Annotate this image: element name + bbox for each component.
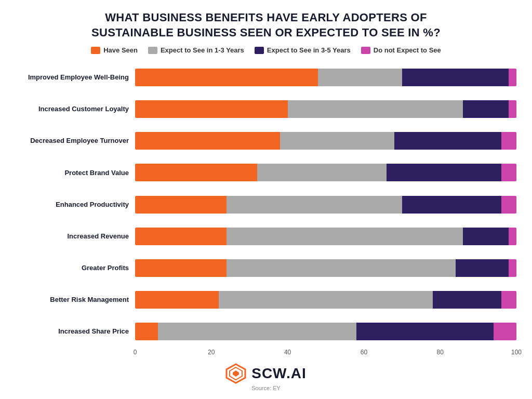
bar-segment-5-3: [509, 228, 516, 245]
bar-segment-5-1: [227, 228, 463, 245]
bar-segment-6-3: [509, 259, 516, 277]
legend-color-2: [255, 47, 264, 54]
footer: SCW.AI Source: EY: [225, 363, 307, 391]
bar-segment-6-0: [135, 259, 227, 277]
bar-segment-0-2: [402, 69, 509, 86]
row-label-5: Increased Revenue: [16, 232, 135, 241]
chart-legend: Have Seen Expect to See in 1-3 Years Exp…: [91, 46, 441, 54]
chart-row: Increased Share Price: [16, 320, 516, 343]
bar-segment-8-2: [356, 323, 494, 340]
legend-label-3: Do not Expect to See: [374, 46, 441, 54]
bar-segment-3-3: [501, 164, 516, 181]
legend-label-2: Expect to See in 3-5 Years: [267, 46, 351, 54]
row-label-6: Greater Profits: [16, 264, 135, 272]
bar-segment-1-0: [135, 100, 288, 118]
chart-row: Enhanced Productivity: [16, 193, 516, 216]
bar-segment-6-2: [456, 259, 509, 277]
chart-row: Protect Brand Value: [16, 161, 516, 184]
bar-segment-3-2: [387, 164, 501, 181]
bar-segment-7-0: [135, 291, 219, 309]
bar-container-6: [135, 259, 516, 277]
bar-segment-7-2: [433, 291, 501, 309]
bar-segment-2-0: [135, 132, 280, 150]
bar-container-1: [135, 100, 516, 118]
bar-segment-1-3: [509, 100, 516, 118]
x-tick-20: 20: [208, 349, 215, 356]
legend-item-2: Expect to See in 3-5 Years: [255, 46, 351, 54]
svg-marker-2: [233, 370, 239, 377]
bar-segment-2-2: [394, 132, 501, 150]
chart-row: Increased Revenue: [16, 225, 516, 248]
x-tick-40: 40: [284, 349, 291, 356]
page-container: WHAT BUSINESS BENEFITS HAVE EARLY ADOPTE…: [0, 0, 532, 399]
bar-segment-4-0: [135, 196, 227, 214]
bar-container-3: [135, 164, 516, 181]
legend-color-3: [361, 47, 370, 54]
bar-segment-0-0: [135, 69, 318, 86]
legend-label-1: Expect to See in 1-3 Years: [161, 46, 244, 54]
logo-text: SCW.AI: [251, 365, 307, 382]
bar-segment-3-0: [135, 164, 257, 181]
bar-segment-1-2: [463, 100, 509, 118]
chart-row: Decreased Employee Turnover: [16, 129, 516, 152]
row-label-8: Increased Share Price: [16, 327, 135, 336]
row-label-3: Protect Brand Value: [16, 169, 135, 177]
bar-segment-4-3: [501, 196, 516, 214]
bar-container-4: [135, 196, 516, 214]
row-label-0: Improved Employee Well-Being: [16, 73, 135, 82]
bar-container-7: [135, 291, 516, 309]
source-text: Source: EY: [251, 385, 281, 391]
bar-container-5: [135, 228, 516, 245]
bar-segment-7-1: [219, 291, 432, 309]
bar-segment-2-1: [280, 132, 394, 150]
bar-segment-1-1: [288, 100, 463, 118]
bar-container-8: [135, 323, 516, 340]
bar-segment-8-0: [135, 323, 158, 340]
chart-row: Greater Profits: [16, 257, 516, 280]
legend-item-0: Have Seen: [91, 46, 138, 54]
legend-label-0: Have Seen: [103, 46, 138, 54]
chart-row: Improved Employee Well-Being: [16, 66, 516, 89]
row-label-2: Decreased Employee Turnover: [16, 137, 135, 145]
chart-title: WHAT BUSINESS BENEFITS HAVE EARLY ADOPTE…: [91, 10, 441, 40]
bar-segment-3-1: [257, 164, 387, 181]
bar-segment-2-3: [501, 132, 516, 150]
row-label-1: Increased Customer Loyalty: [16, 105, 135, 113]
row-label-7: Better Risk Management: [16, 296, 135, 304]
bar-container-2: [135, 132, 516, 150]
bar-segment-8-1: [158, 323, 356, 340]
bar-segment-0-3: [509, 69, 516, 86]
chart-row: Better Risk Management: [16, 288, 516, 311]
bar-container-0: [135, 69, 516, 86]
x-tick-100: 100: [511, 349, 522, 356]
row-label-4: Enhanced Productivity: [16, 201, 135, 209]
scwai-logo-icon: [225, 363, 246, 384]
logo-area: SCW.AI: [225, 363, 307, 384]
chart-area: Improved Employee Well-BeingIncreased Cu…: [16, 61, 516, 348]
bar-segment-4-2: [402, 196, 501, 214]
legend-color-1: [148, 47, 157, 54]
bar-segment-5-2: [463, 228, 509, 245]
x-tick-0: 0: [134, 349, 137, 356]
bar-segment-4-1: [227, 196, 402, 214]
bar-segment-0-1: [318, 69, 402, 86]
bar-segment-8-3: [494, 323, 516, 340]
x-axis: 020406080100: [135, 349, 516, 359]
bar-segment-6-1: [227, 259, 455, 277]
x-tick-60: 60: [361, 349, 367, 356]
bar-segment-5-0: [135, 228, 227, 245]
bar-segment-7-3: [501, 291, 516, 309]
chart-row: Increased Customer Loyalty: [16, 98, 516, 121]
legend-item-1: Expect to See in 1-3 Years: [148, 46, 244, 54]
legend-color-0: [91, 47, 100, 54]
legend-item-3: Do not Expect to See: [361, 46, 441, 54]
x-tick-80: 80: [437, 349, 444, 356]
